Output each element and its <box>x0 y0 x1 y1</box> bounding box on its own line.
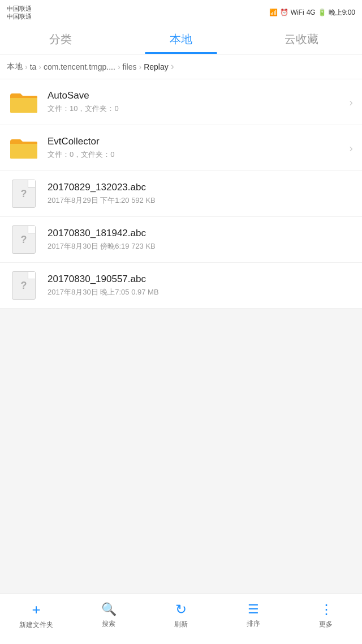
sort-icon: ☰ <box>248 603 259 616</box>
tab-classify[interactable]: 分类 <box>0 25 120 54</box>
bluetooth-icon: 📶 <box>269 8 278 16</box>
chevron-right-icon: › <box>349 96 353 109</box>
list-item[interactable]: ? 20170830_181942.abc 2017年8月30日 傍晚6:19 … <box>0 217 362 263</box>
carrier-bottom: 中国联通 <box>7 12 32 20</box>
question-mark: ? <box>21 280 27 292</box>
chevron-right-icon: › <box>349 142 353 155</box>
sort-label: 排序 <box>247 619 260 629</box>
breadcrumb-sep-2: › <box>118 62 120 71</box>
file-info: 20170830_181942.abc 2017年8月30日 傍晚6:19 72… <box>48 228 353 251</box>
file-meta: 2017年8月30日 晚上7:05 0.97 MB <box>48 287 353 297</box>
file-info: EvtCollector 文件：0，文件夹：0 <box>48 136 344 160</box>
folder-icon <box>9 87 38 117</box>
list-item[interactable]: AutoSave 文件：10，文件夹：0 › <box>0 79 362 125</box>
breadcrumb-overflow: › <box>171 61 174 72</box>
search-button[interactable]: 🔍 搜索 <box>72 603 145 629</box>
unknown-file-icon: ? <box>12 225 36 254</box>
tab-classify-label: 分类 <box>49 32 72 47</box>
search-icon: 🔍 <box>101 603 117 616</box>
carrier-top: 中国联通 <box>7 5 32 12</box>
file-unknown-container: ? <box>9 179 38 208</box>
battery-icon: 🔋 <box>318 8 326 16</box>
file-meta: 文件：0，文件夹：0 <box>48 150 344 160</box>
file-list: AutoSave 文件：10，文件夹：0 › EvtCollector 文件：0… <box>0 79 362 309</box>
sort-button[interactable]: ☰ 排序 <box>217 603 290 629</box>
breadcrumb-local[interactable]: 本地 <box>7 62 23 72</box>
bottom-toolbar: + 新建文件夹 🔍 搜索 ↻ 刷新 ☰ 排序 ⋮ 更多 <box>0 593 362 644</box>
breadcrumb-sep-1: › <box>38 62 41 71</box>
unknown-file-icon: ? <box>12 271 36 300</box>
wifi-icon: WiFi <box>291 8 304 16</box>
tab-cloud-label: 云收藏 <box>285 32 318 47</box>
folder-icon <box>9 133 38 163</box>
signal-icon: 4G <box>307 8 316 16</box>
file-unknown-container: ? <box>9 271 38 300</box>
more-label: 更多 <box>319 620 333 629</box>
file-meta: 文件：10，文件夹：0 <box>48 104 344 114</box>
list-item[interactable]: ? 20170830_190557.abc 2017年8月30日 晚上7:05 … <box>0 263 362 309</box>
status-icons: 📶 ⏰ WiFi 4G 🔋 晚上9:00 <box>269 8 355 18</box>
breadcrumb-sep-0: › <box>25 62 28 71</box>
file-meta: 2017年8月30日 傍晚6:19 723 KB <box>48 241 353 251</box>
list-item[interactable]: EvtCollector 文件：0，文件夹：0 › <box>0 125 362 171</box>
file-name: AutoSave <box>48 90 344 101</box>
more-button[interactable]: ⋮ 更多 <box>290 603 362 629</box>
refresh-label: 刷新 <box>174 620 188 629</box>
file-meta: 2017年8月29日 下午1:20 592 KB <box>48 195 353 206</box>
new-folder-label: 新建文件夹 <box>19 620 53 630</box>
main-tab-bar: 分类 本地 云收藏 <box>0 25 362 54</box>
unknown-file-icon: ? <box>12 180 36 208</box>
file-name: EvtCollector <box>48 136 344 147</box>
file-info: 20170829_132023.abc 2017年8月29日 下午1:20 59… <box>48 182 353 206</box>
time-display: 晚上9:00 <box>329 8 355 18</box>
new-folder-button[interactable]: + 新建文件夹 <box>0 602 72 630</box>
file-info: 20170830_190557.abc 2017年8月30日 晚上7:05 0.… <box>48 274 353 297</box>
file-name: 20170830_181942.abc <box>48 228 353 239</box>
breadcrumb-files[interactable]: files <box>123 62 137 71</box>
breadcrumb-sep-3: › <box>139 62 141 71</box>
clock-icon: ⏰ <box>280 8 288 16</box>
question-mark: ? <box>21 188 27 200</box>
carrier-info: 中国联通 中国联通 <box>7 5 32 21</box>
file-name: 20170829_132023.abc <box>48 182 353 193</box>
status-bar: 中国联通 中国联通 📶 ⏰ WiFi 4G 🔋 晚上9:00 <box>0 0 362 25</box>
list-item[interactable]: ? 20170829_132023.abc 2017年8月29日 下午1:20 … <box>0 171 362 217</box>
tab-cloud[interactable]: 云收藏 <box>242 25 362 54</box>
search-label: 搜索 <box>102 619 115 629</box>
file-name: 20170830_190557.abc <box>48 274 353 285</box>
file-info: AutoSave 文件：10，文件夹：0 <box>48 90 344 114</box>
question-mark: ? <box>21 234 27 246</box>
breadcrumb-replay[interactable]: Replay <box>144 62 169 71</box>
breadcrumb-pkg[interactable]: com.tencent.tmgp.... <box>44 62 115 71</box>
breadcrumb-ta[interactable]: ta <box>30 62 37 71</box>
refresh-icon: ↻ <box>175 603 187 616</box>
refresh-button[interactable]: ↻ 刷新 <box>145 603 217 629</box>
tab-local-label: 本地 <box>170 32 192 47</box>
breadcrumb: 本地 › ta › com.tencent.tmgp.... › files ›… <box>0 54 362 79</box>
more-icon: ⋮ <box>320 603 333 616</box>
file-unknown-container: ? <box>9 225 38 254</box>
tab-local[interactable]: 本地 <box>120 25 241 54</box>
plus-icon: + <box>32 602 40 617</box>
